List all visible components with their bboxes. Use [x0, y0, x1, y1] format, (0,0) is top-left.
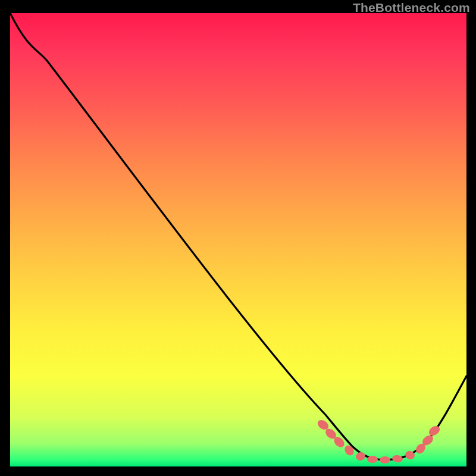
valley-dot — [355, 451, 366, 462]
valley-dot — [392, 455, 403, 463]
plot-area — [10, 13, 466, 466]
main-curve — [10, 13, 466, 460]
chart-frame: TheBottleneck.com — [0, 0, 476, 476]
valley-dot — [380, 456, 390, 464]
valley-dot — [343, 444, 356, 458]
valley-dot — [367, 456, 378, 463]
curve-layer — [10, 13, 466, 466]
attribution-text: TheBottleneck.com — [353, 1, 470, 15]
